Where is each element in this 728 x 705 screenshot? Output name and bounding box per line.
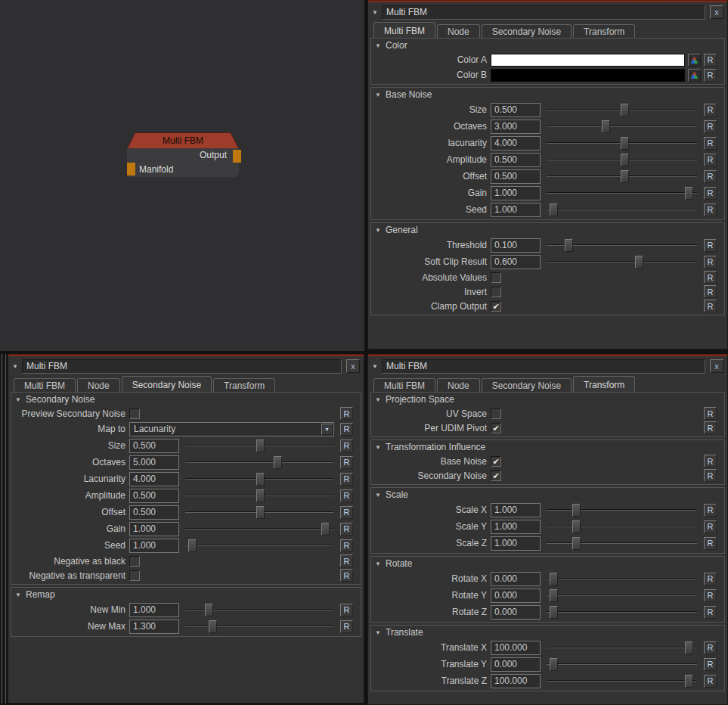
tab-transform[interactable]: Transform: [213, 378, 275, 392]
reset-button[interactable]: R: [704, 120, 717, 133]
slider-handle[interactable]: [274, 456, 282, 469]
slider[interactable]: [547, 120, 697, 134]
slider-handle[interactable]: [188, 539, 197, 552]
reset-button[interactable]: R: [704, 520, 717, 533]
checkbox-absolute-values[interactable]: [491, 272, 501, 283]
reset-button[interactable]: R: [704, 203, 717, 216]
slider[interactable]: [185, 505, 333, 520]
section-header[interactable]: ▼Secondary Noise: [11, 393, 361, 406]
reset-button[interactable]: R: [340, 439, 353, 452]
checkbox-secondary-noise[interactable]: ✔: [491, 471, 501, 481]
reset-button[interactable]: R: [704, 641, 717, 654]
collapse-triangle-icon[interactable]: ▼: [375, 92, 386, 98]
slider[interactable]: [185, 620, 333, 634]
dropdown-map-to[interactable]: Lacunarity▼: [129, 422, 334, 436]
value-field[interactable]: 1.000: [129, 539, 179, 553]
value-field[interactable]: 0.000: [491, 572, 541, 586]
reset-button[interactable]: R: [704, 187, 717, 200]
manifold-port[interactable]: [127, 163, 135, 175]
reset-button[interactable]: R: [704, 154, 717, 166]
collapse-triangle-icon[interactable]: ▼: [375, 396, 386, 403]
value-field[interactable]: 1.000: [129, 522, 179, 536]
reset-button[interactable]: R: [704, 69, 717, 82]
slider-handle[interactable]: [685, 675, 693, 688]
checkbox-uv-space[interactable]: [491, 408, 501, 419]
dock-splitter[interactable]: [0, 354, 8, 703]
slider[interactable]: [185, 472, 333, 486]
rgb-triangle-icon[interactable]: [688, 69, 701, 82]
reset-button[interactable]: R: [704, 407, 717, 420]
slider[interactable]: [547, 572, 697, 586]
slider[interactable]: [547, 536, 697, 551]
slider-handle[interactable]: [550, 203, 558, 216]
slider[interactable]: [547, 255, 697, 269]
slider-handle[interactable]: [621, 154, 629, 166]
value-field[interactable]: 4.000: [129, 472, 179, 486]
section-header[interactable]: ▼Translate: [371, 626, 724, 639]
reset-button[interactable]: R: [704, 256, 717, 269]
slider[interactable]: [547, 503, 697, 517]
collapse-triangle-icon[interactable]: ▼: [375, 42, 386, 49]
value-field[interactable]: 1.000: [491, 536, 541, 551]
reset-button[interactable]: R: [704, 469, 717, 482]
slider-handle[interactable]: [572, 520, 581, 533]
reset-button[interactable]: R: [704, 137, 717, 150]
slider-handle[interactable]: [635, 256, 643, 269]
section-header[interactable]: ▼Base Noise: [371, 88, 724, 101]
reset-button[interactable]: R: [340, 407, 353, 420]
collapse-triangle-icon[interactable]: ▼: [15, 592, 26, 598]
value-field[interactable]: 0.500: [129, 505, 179, 520]
value-field[interactable]: 0.500: [129, 489, 179, 503]
slider[interactable]: [185, 439, 333, 453]
section-header[interactable]: ▼Rotate: [371, 557, 724, 570]
collapse-triangle-icon[interactable]: ▼: [15, 396, 26, 403]
checkbox-clamp-output[interactable]: ✔: [491, 301, 501, 312]
reset-button[interactable]: R: [340, 456, 353, 469]
slider-handle[interactable]: [256, 506, 265, 519]
collapse-triangle-icon[interactable]: ▼: [375, 629, 386, 636]
reset-button[interactable]: R: [340, 604, 353, 616]
section-header[interactable]: ▼Remap: [11, 588, 361, 601]
slider[interactable]: [547, 605, 697, 620]
tab-secondary-noise[interactable]: Secondary Noise: [482, 378, 572, 392]
reset-button[interactable]: R: [340, 569, 353, 582]
slider[interactable]: [547, 186, 697, 200]
slider[interactable]: [185, 539, 333, 553]
value-field[interactable]: 100.000: [491, 674, 541, 688]
collapse-triangle-icon[interactable]: ▼: [375, 561, 386, 567]
value-field[interactable]: 0.000: [491, 589, 541, 603]
value-field[interactable]: 0.500: [491, 103, 541, 117]
reset-button[interactable]: R: [704, 658, 717, 671]
tab-secondary-noise[interactable]: Secondary Noise: [122, 376, 212, 392]
tab-multi-fbm[interactable]: Multi FBM: [14, 378, 76, 392]
value-field[interactable]: 1.000: [491, 186, 541, 200]
reset-button[interactable]: R: [704, 537, 717, 550]
slider-handle[interactable]: [256, 473, 265, 486]
reset-button[interactable]: R: [704, 455, 717, 467]
value-field[interactable]: 0.100: [491, 238, 541, 253]
value-field[interactable]: 1.000: [491, 503, 541, 517]
slider[interactable]: [185, 455, 333, 470]
slider-handle[interactable]: [550, 573, 558, 585]
slider-handle[interactable]: [565, 239, 573, 252]
section-header[interactable]: ▼Scale: [371, 488, 724, 502]
checkbox-negative-as-black[interactable]: [129, 556, 140, 567]
value-field[interactable]: 1.000: [491, 203, 541, 217]
slider[interactable]: [547, 589, 697, 603]
collapse-triangle-icon[interactable]: ▼: [372, 9, 382, 16]
slider-handle[interactable]: [209, 620, 217, 633]
color-swatch-color-a[interactable]: [491, 54, 685, 67]
slider[interactable]: [547, 136, 697, 151]
reset-button[interactable]: R: [704, 300, 717, 312]
color-swatch-color-b[interactable]: [491, 69, 685, 82]
close-button[interactable]: x: [346, 359, 360, 373]
section-header[interactable]: ▼Transformation Influence: [371, 440, 724, 454]
slider-handle[interactable]: [550, 658, 558, 671]
close-button[interactable]: x: [710, 5, 723, 19]
reset-button[interactable]: R: [340, 523, 353, 536]
slider[interactable]: [547, 674, 697, 688]
reset-button[interactable]: R: [704, 239, 717, 252]
value-field[interactable]: 0.500: [491, 153, 541, 167]
reset-button[interactable]: R: [704, 675, 717, 688]
reset-button[interactable]: R: [340, 554, 353, 567]
